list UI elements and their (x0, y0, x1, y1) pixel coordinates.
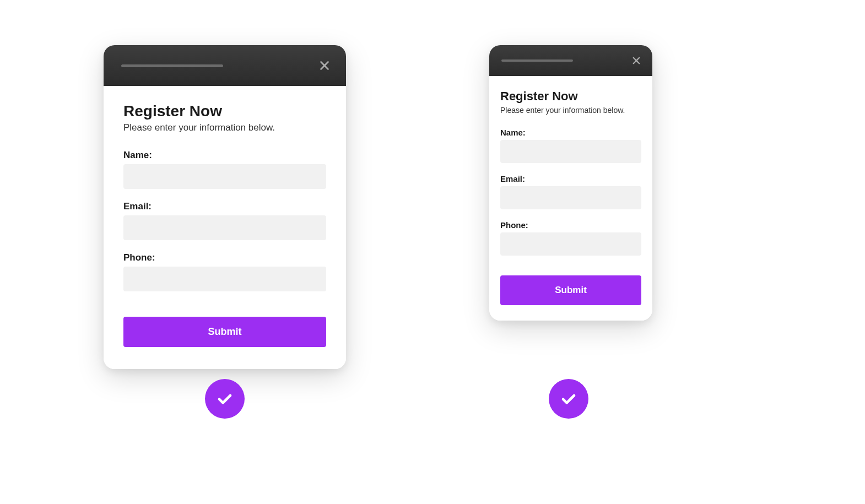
field-label: Email: (500, 174, 641, 183)
modal-title: Register Now (123, 102, 326, 120)
field-label: Email: (123, 201, 326, 212)
phone-input[interactable] (123, 267, 326, 291)
field-phone: Phone: (500, 220, 641, 256)
field-label: Name: (123, 150, 326, 161)
name-input[interactable] (500, 140, 641, 163)
register-modal-small: Register Now Please enter your informati… (489, 45, 652, 321)
field-label: Phone: (123, 252, 326, 263)
field-label: Phone: (500, 220, 641, 230)
phone-input[interactable] (500, 232, 641, 256)
submit-button[interactable]: Submit (123, 317, 326, 347)
register-modal-large: Register Now Please enter your informati… (104, 45, 346, 369)
modal-body: Register Now Please enter your informati… (104, 86, 346, 369)
close-button[interactable] (631, 56, 641, 66)
close-button[interactable] (318, 59, 331, 72)
header-placeholder-line (501, 59, 573, 62)
check-icon (560, 390, 577, 408)
submit-button[interactable]: Submit (500, 275, 641, 305)
close-icon (318, 59, 331, 72)
field-phone: Phone: (123, 252, 326, 291)
modal-title: Register Now (500, 89, 641, 104)
field-email: Email: (500, 174, 641, 209)
modal-subtitle: Please enter your information below. (123, 122, 326, 133)
approved-badge (549, 379, 588, 419)
check-icon (216, 390, 234, 408)
close-icon (631, 56, 641, 66)
modal-header (104, 45, 346, 86)
modal-header (489, 45, 652, 76)
field-email: Email: (123, 201, 326, 240)
approved-badge (205, 379, 245, 419)
modal-subtitle: Please enter your information below. (500, 106, 641, 115)
header-placeholder-line (121, 64, 223, 67)
email-input[interactable] (500, 186, 641, 209)
field-name: Name: (500, 128, 641, 163)
email-input[interactable] (123, 215, 326, 240)
name-input[interactable] (123, 164, 326, 189)
field-name: Name: (123, 150, 326, 189)
field-label: Name: (500, 128, 641, 137)
modal-body: Register Now Please enter your informati… (489, 76, 652, 321)
